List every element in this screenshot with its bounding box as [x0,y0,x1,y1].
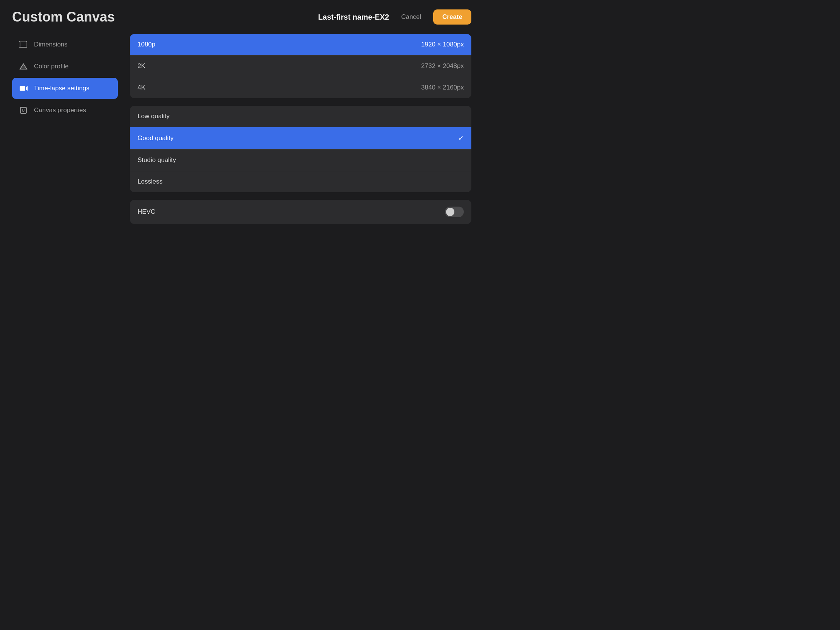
option-good-quality[interactable]: Good quality ✓ [130,127,471,150]
sidebar-item-color-profile[interactable]: Color profile [12,56,118,77]
sidebar-item-color-profile-label: Color profile [34,63,69,70]
quality-group: Low quality Good quality ✓ Studio qualit… [130,106,471,192]
svg-line-2 [26,41,27,42]
svg-text:U: U [22,108,25,112]
option-1080p[interactable]: 1080p 1920 × 1080px [130,34,471,55]
option-good-quality-label: Good quality [137,134,174,142]
hevc-row: HEVC [130,200,471,224]
check-icon: ✓ [458,134,464,142]
header: Custom Canvas Last-first name-EX2 Cancel… [0,0,483,31]
hevc-toggle[interactable] [445,207,464,217]
content-area: 1080p 1920 × 1080px 2K 2732 × 2048px 4K … [130,34,471,232]
hevc-group: HEVC [130,200,471,224]
option-2k[interactable]: 2K 2732 × 2048px [130,55,471,77]
canvas-name: Last-first name-EX2 [318,13,389,22]
sidebar-item-time-lapse-label: Time-lapse settings [34,85,90,92]
option-4k-label: 4K [137,84,145,92]
option-2k-label: 2K [137,62,145,70]
toggle-track [445,207,464,217]
page-title: Custom Canvas [12,9,312,25]
option-lossless[interactable]: Lossless [130,171,471,192]
svg-marker-6 [20,64,27,69]
sidebar-item-dimensions-label: Dimensions [34,41,68,48]
cancel-button[interactable]: Cancel [395,10,427,24]
svg-rect-0 [20,42,26,47]
color-profile-icon [18,61,29,72]
sidebar-item-time-lapse[interactable]: Time-lapse settings [12,78,118,99]
option-1080p-value: 1920 × 1080px [421,41,464,48]
canvas-properties-icon: U [18,105,29,115]
create-button[interactable]: Create [433,9,471,25]
sidebar-item-canvas-properties[interactable]: U Canvas properties [12,100,118,121]
option-lossless-label: Lossless [137,178,163,185]
toggle-thumb [446,208,455,216]
svg-rect-8 [20,86,25,91]
sidebar: Dimensions Color profile Time-lapse sett… [12,34,118,232]
hevc-toggle-track[interactable] [445,207,464,217]
svg-line-3 [19,47,20,48]
option-2k-value: 2732 × 2048px [421,62,464,70]
sidebar-item-canvas-properties-label: Canvas properties [34,106,86,114]
option-1080p-label: 1080p [137,41,155,48]
time-lapse-icon [18,83,29,94]
hevc-label: HEVC [137,208,155,216]
svg-marker-9 [26,86,28,91]
option-low-quality[interactable]: Low quality [130,106,471,127]
option-studio-quality-label: Studio quality [137,156,176,164]
svg-line-4 [26,47,27,48]
option-4k[interactable]: 4K 3840 × 2160px [130,77,471,98]
svg-line-1 [19,41,20,42]
main-layout: Dimensions Color profile Time-lapse sett… [0,31,483,235]
resolution-group: 1080p 1920 × 1080px 2K 2732 × 2048px 4K … [130,34,471,98]
option-4k-value: 3840 × 2160px [421,84,464,92]
sidebar-item-dimensions[interactable]: Dimensions [12,34,118,55]
option-studio-quality[interactable]: Studio quality [130,150,471,171]
dimensions-icon [18,39,29,50]
option-low-quality-label: Low quality [137,112,170,120]
